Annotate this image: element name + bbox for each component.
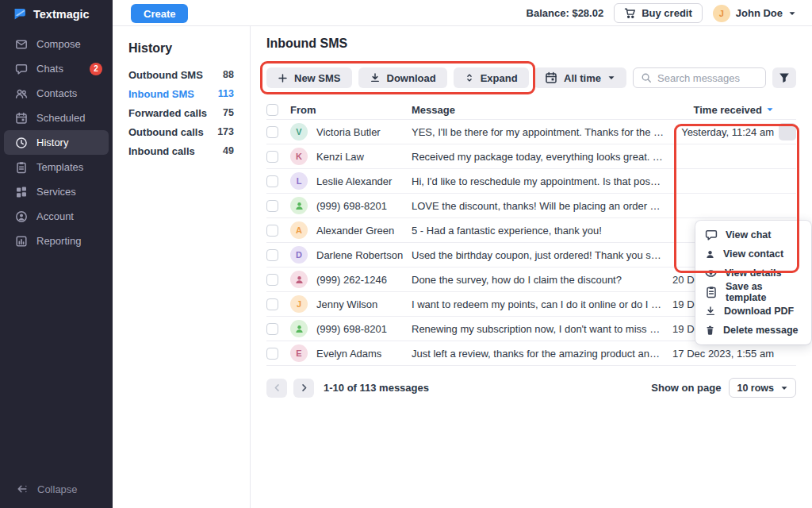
sidebar-item-services[interactable]: Services <box>4 179 109 204</box>
user-menu[interactable]: J John Doe <box>713 5 796 22</box>
category-count: 113 <box>218 88 234 99</box>
row-checkbox[interactable] <box>266 200 278 212</box>
sidebar-item-contacts[interactable]: Contacts <box>4 81 109 106</box>
row-menu-button[interactable] <box>779 123 796 140</box>
chevron-left-icon <box>272 383 282 393</box>
row-context-menu: View chat View contact View details Save… <box>695 221 811 344</box>
history-category-outbound-calls[interactable]: Outbound calls 173 <box>128 122 234 141</box>
row-checkbox[interactable] <box>266 151 278 163</box>
menu-item-delete-message[interactable]: Delete message <box>695 321 811 340</box>
person-avatar-icon <box>290 271 308 288</box>
sidebar-item-templates[interactable]: Templates <box>4 155 109 179</box>
row-checkbox[interactable] <box>266 274 278 286</box>
chat-icon <box>705 229 718 241</box>
message-preview: YES, I'll be there for my appointment. T… <box>412 126 672 138</box>
sidebar-item-compose[interactable]: Compose <box>4 32 109 56</box>
message-preview: LOVE the discount, thanks! Will be placi… <box>412 200 672 212</box>
main-content: Inbound SMS New SMS Download Expand All … <box>251 26 812 508</box>
column-header-from[interactable]: From <box>290 104 412 116</box>
history-category-inbound-sms[interactable]: Inbound SMS 113 <box>128 84 234 103</box>
expand-button[interactable]: Expand <box>454 67 529 88</box>
download-button[interactable]: Download <box>358 67 447 88</box>
table-row[interactable]: V Victoria Butler YES, I'll be there for… <box>266 120 796 144</box>
sidebar-item-account[interactable]: Account <box>4 204 109 229</box>
collapse-icon <box>16 483 29 495</box>
search-icon <box>641 72 652 83</box>
prev-page-button[interactable] <box>266 379 287 398</box>
sender-name: Darlene Robertson <box>316 249 403 261</box>
collapse-label: Collapse <box>37 483 78 495</box>
avatar: A <box>290 221 308 239</box>
menu-item-view-contact[interactable]: View contact <box>695 244 811 264</box>
time-range-button[interactable]: All time <box>534 67 626 88</box>
new-sms-button[interactable]: New SMS <box>266 67 352 88</box>
top-bar: Create Balance: $28.02 Buy credit J John… <box>113 0 812 26</box>
message-preview: Renewing my subscription now, I don't wa… <box>412 323 672 335</box>
download-icon <box>705 306 716 317</box>
show-on-page-label: Show on page <box>651 382 721 394</box>
column-header-time[interactable]: Time received <box>672 104 774 116</box>
sidebar-item-history[interactable]: History <box>4 130 109 155</box>
sender-name: (999) 262-1246 <box>316 274 387 286</box>
column-header-message[interactable]: Message <box>412 104 672 116</box>
menu-item-view-details[interactable]: View details <box>695 264 811 283</box>
create-button[interactable]: Create <box>131 4 188 23</box>
sidebar-item-scheduled[interactable]: Scheduled <box>4 106 109 130</box>
table-row[interactable]: L Leslie Alexander Hi, I'd like to resch… <box>266 169 796 194</box>
chat-icon <box>15 63 28 75</box>
history-category-forwarded-calls[interactable]: Forwarded calls 75 <box>128 103 234 122</box>
calendar-icon <box>15 112 28 125</box>
select-all-checkbox[interactable] <box>266 104 278 116</box>
row-checkbox[interactable] <box>266 348 278 360</box>
history-category-inbound-calls[interactable]: Inbound calls 49 <box>128 141 234 160</box>
sidebar-item-reporting[interactable]: Reporting <box>4 229 109 253</box>
buy-credit-button[interactable]: Buy credit <box>614 3 703 23</box>
clipboard-icon <box>705 286 718 298</box>
row-checkbox[interactable] <box>266 225 278 237</box>
sidebar-item-chats[interactable]: Chats 2 <box>4 56 109 81</box>
avatar: E <box>290 344 308 362</box>
balance-label: Balance: $28.02 <box>527 7 604 19</box>
row-checkbox[interactable] <box>266 249 278 261</box>
row-menu-button[interactable] <box>779 172 796 190</box>
menu-item-view-chat[interactable]: View chat <box>695 225 811 244</box>
row-menu-button[interactable] <box>779 148 796 165</box>
menu-item-download-pdf[interactable]: Download PDF <box>695 302 811 321</box>
history-panel-title: History <box>128 41 234 56</box>
pagination-left: 1-10 of 113 messages <box>266 379 429 398</box>
person-avatar-icon <box>290 197 308 214</box>
sender-name: Victoria Butler <box>316 126 381 138</box>
history-category-outbound-sms[interactable]: Outbound SMS 88 <box>128 65 234 84</box>
message-preview: I want to redeem my points, can I do it … <box>412 298 672 310</box>
table-row[interactable]: K Kenzi Law Received my package today, e… <box>266 144 796 169</box>
search-input[interactable] <box>657 72 758 84</box>
row-menu-button[interactable] <box>779 197 796 214</box>
people-icon <box>15 87 28 100</box>
sender-name: Evelyn Adams <box>316 348 381 360</box>
next-page-button[interactable] <box>293 379 314 398</box>
chevron-right-icon <box>299 383 309 393</box>
chevron-down-icon <box>607 74 615 82</box>
chevron-down-icon <box>780 384 788 392</box>
row-checkbox[interactable] <box>266 298 278 310</box>
eye-icon <box>705 267 717 279</box>
sidebar-collapse-button[interactable]: Collapse <box>0 476 113 502</box>
menu-item-save-as-template[interactable]: Save as template <box>695 283 811 302</box>
message-preview: Just left a review, thanks for the amazi… <box>412 348 672 360</box>
row-checkbox[interactable] <box>266 126 278 138</box>
table-row[interactable]: E Evelyn Adams Just left a review, thank… <box>266 341 796 366</box>
trash-icon <box>705 325 715 336</box>
row-checkbox[interactable] <box>266 175 278 187</box>
category-count: 75 <box>223 107 234 118</box>
rows-per-page-select[interactable]: 10 rows <box>729 378 796 398</box>
row-checkbox[interactable] <box>266 323 278 335</box>
category-count: 88 <box>223 69 234 80</box>
user-avatar: J <box>713 5 730 22</box>
sidebar-nav: Compose Chats 2 Contacts Scheduled Histo… <box>0 32 113 253</box>
chart-icon <box>15 235 28 248</box>
row-menu-button[interactable] <box>779 344 796 362</box>
table-row[interactable]: (999) 698-8201 LOVE the discount, thanks… <box>266 194 796 218</box>
pagination-right: Show on page 10 rows <box>651 378 796 398</box>
filter-button[interactable] <box>772 67 796 88</box>
person-circle-icon <box>15 210 28 223</box>
